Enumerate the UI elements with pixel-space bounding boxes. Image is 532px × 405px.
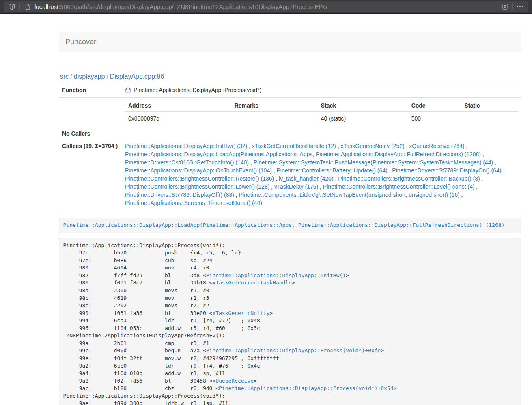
function-row: Function Pinetime::Applications::Display…: [59, 84, 521, 98]
callee-link[interactable]: Pinetime::Applications::DisplayApp::OnTo…: [125, 167, 272, 174]
stats-row: Address Remarks Stack Code Static 0x0000…: [59, 98, 521, 127]
breadcrumb-separator: /: [70, 73, 72, 80]
asm-symbol-link[interactable]: Pinetime::Applications::DisplayApp::Init…: [206, 272, 346, 278]
no-callers-label: No Callers: [59, 127, 122, 140]
callee-link[interactable]: Pinetime::Components::LittleVgl::SetNewT…: [239, 192, 460, 198]
urlbar-divider: [19, 3, 20, 10]
static-value: [461, 112, 518, 125]
callee-link[interactable]: Pinetime::System::SystemTask::PushMessag…: [254, 159, 493, 166]
url-bar[interactable]: localhost:5000/path/src/displayapp/Displ…: [4, 1, 528, 12]
navbar: Puncover: [59, 32, 521, 52]
column-header-stack: Stack: [318, 100, 408, 112]
callee-link[interactable]: Pinetime::Applications::DisplayApp::Init…: [125, 143, 247, 149]
callee-separator: ,: [318, 183, 323, 190]
callee-link[interactable]: Pinetime::Controllers::BrightnessControl…: [125, 175, 274, 182]
function-table: Function Pinetime::Applications::Display…: [59, 84, 521, 209]
page-actions-menu-icon[interactable]: [515, 2, 525, 12]
callee-link[interactable]: Pinetime::Applications::DisplayApp::Load…: [125, 151, 481, 157]
callee-link[interactable]: xTaskGetCurrentTaskHandle (12): [252, 143, 336, 149]
url-path: :5000/path/src/displayapp/DisplayApp.cpp…: [58, 3, 327, 10]
brand-link[interactable]: Puncover: [65, 38, 96, 46]
page-container: Puncover src/displayapp/DisplayApp.cpp:8…: [59, 14, 521, 405]
stats-table: Address Remarks Stack Code Static 0x0000…: [125, 100, 518, 125]
callees-label: Callees (19, Σ=3704 ): [59, 140, 122, 209]
highlighted-callee-box: Pinetime::Applications::DisplayApp::Load…: [59, 218, 521, 233]
callee-link[interactable]: vTaskDelay (176): [274, 183, 318, 190]
loadapp-symbol-link[interactable]: Pinetime::Applications::DisplayApp::Load…: [63, 222, 505, 228]
callee-separator: ,: [269, 183, 274, 190]
callees-row: Callees (19, Σ=3704 ) Pinetime::Applicat…: [59, 140, 521, 209]
callee-separator: ,: [481, 151, 484, 157]
shield-icon[interactable]: [7, 2, 17, 12]
asm-symbol-link[interactable]: Pinetime::Applications::DisplayApp::Proc…: [219, 385, 393, 391]
callee-separator: ,: [405, 143, 409, 149]
column-header-static: Static: [461, 100, 518, 112]
callee-link[interactable]: Pinetime::Drivers::St7789::DisplayOff() …: [125, 192, 234, 198]
asm-symbol-link[interactable]: xQueueReceive: [212, 378, 254, 384]
code-size-value: 500: [408, 112, 461, 125]
callee-link[interactable]: Pinetime::Controllers::BrightnessControl…: [338, 175, 480, 182]
url-text[interactable]: localhost:5000/path/src/displayapp/Displ…: [34, 3, 500, 10]
breadcrumb-separator: /: [106, 73, 108, 80]
address-value: 0x0000097c: [125, 112, 231, 125]
remarks-value: [231, 112, 318, 125]
breadcrumb-line-number: :86: [155, 73, 164, 80]
callee-separator: ,: [502, 167, 505, 174]
page-info-icon[interactable]: [22, 2, 32, 12]
stack-value: 40 (static): [318, 112, 408, 125]
callee-separator: ,: [474, 183, 478, 190]
urlbar-divider: [512, 3, 513, 10]
callee-link[interactable]: Pinetime::Drivers::Cst816S::GetTouchInfo…: [125, 159, 249, 166]
callee-separator: ,: [274, 175, 279, 182]
callee-link[interactable]: Pinetime::Controllers::Battery::Update()…: [277, 167, 388, 174]
reader-mode-icon[interactable]: [500, 2, 510, 12]
callee-link[interactable]: Pinetime::Controllers::BrightnessControl…: [125, 183, 269, 190]
callee-separator: ,: [388, 167, 392, 174]
callee-link[interactable]: xQueueReceive (764): [409, 143, 464, 149]
callee-separator: ,: [493, 159, 496, 166]
function-row-label: Function: [59, 84, 122, 98]
callee-link[interactable]: Pinetime::Drivers::St7789::DisplayOn() (…: [392, 167, 501, 174]
column-header-remarks: Remarks: [231, 100, 318, 112]
assembly-code: Pinetime::Applications::DisplayApp::Proc…: [59, 238, 521, 405]
asm-symbol-link[interactable]: xTaskGetCurrentTaskHandle: [212, 280, 292, 286]
breadcrumb: src/displayapp/DisplayApp.cpp:86: [60, 72, 521, 81]
breadcrumb-link-file[interactable]: DisplayApp.cpp: [110, 73, 155, 80]
breadcrumb-link-displayapp[interactable]: displayapp: [74, 73, 105, 80]
callee-separator: ,: [272, 167, 277, 174]
browser-toolbar: localhost:5000/path/src/displayapp/Displ…: [0, 0, 532, 14]
stats-value-row: 0x0000097c 40 (static) 500: [125, 112, 518, 125]
asm-symbol-link[interactable]: xTaskGenericNotify: [212, 310, 269, 316]
callee-separator: ,: [460, 192, 463, 198]
column-header-address: Address: [125, 100, 231, 112]
callee-separator: ,: [234, 192, 239, 198]
callers-row: No Callers: [59, 127, 521, 140]
callee-separator: ,: [336, 143, 341, 149]
column-header-code: Code: [408, 100, 461, 112]
function-name: Pinetime::Applications::DisplayApp::Proc…: [134, 87, 261, 93]
callee-link[interactable]: Pinetime::Controllers::BrightnessControl…: [323, 183, 474, 190]
callee-separator: ,: [480, 175, 483, 182]
callee-link[interactable]: lv_task_handler (420): [279, 175, 334, 182]
stats-header-row: Address Remarks Stack Code Static: [125, 100, 518, 112]
asm-symbol-link[interactable]: Pinetime::Applications::DisplayApp::Proc…: [206, 347, 381, 353]
breadcrumb-link-src[interactable]: src: [60, 73, 69, 80]
callee-separator: ,: [247, 143, 252, 149]
callee-link[interactable]: xTaskGenericNotify (252): [340, 143, 404, 149]
callee-separator: ,: [334, 175, 338, 182]
callees-list: Pinetime::Applications::DisplayApp::Init…: [125, 142, 518, 207]
callee-separator: ,: [249, 159, 254, 166]
callee-separator: ,: [464, 143, 467, 149]
url-hostname: localhost: [34, 3, 58, 10]
callee-link[interactable]: Pinetime::Applications::Screens::Timer::…: [125, 200, 262, 206]
package-icon: [125, 87, 131, 95]
